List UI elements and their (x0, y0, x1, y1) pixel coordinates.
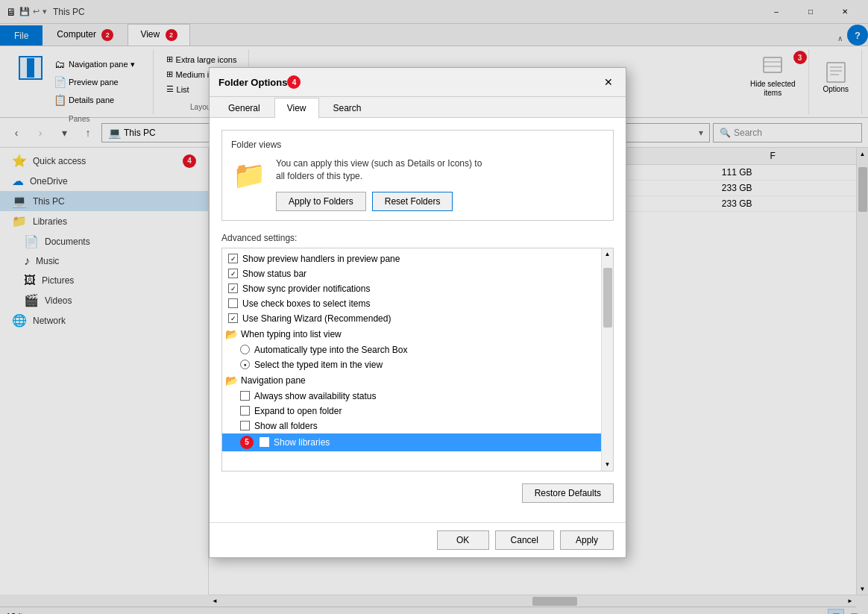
settings-item-sharing-wizard[interactable]: Use Sharing Wizard (Recommended) (222, 311, 613, 326)
checkbox-sync-notifications[interactable] (228, 283, 238, 293)
dialog-close-button[interactable]: ✕ (600, 74, 617, 90)
settings-item-preview-handlers[interactable]: Show preview handlers in preview pane (222, 251, 613, 266)
advanced-settings-section: Advanced settings: Show preview handlers… (221, 233, 614, 472)
dialog-tab-search[interactable]: Search (321, 98, 374, 118)
dialog-content: Folder views 📁 You can apply this view (… (210, 118, 626, 522)
dialog-tab-general[interactable]: General (216, 98, 273, 118)
nav-pane-category-icon: 📂 (225, 375, 238, 386)
radio-auto-type[interactable] (240, 345, 250, 354)
checkbox-expand[interactable] (240, 406, 250, 416)
checkbox-all-folders[interactable] (240, 421, 250, 430)
restore-defaults-row: Restore Defaults (221, 483, 614, 510)
dialog-tab-view[interactable]: View (274, 98, 319, 118)
reset-folders-button[interactable]: Reset Folders (372, 192, 453, 211)
dialog-title-bar: Folder Options 4 ✕ (210, 68, 626, 97)
settings-item-show-libraries[interactable]: 5 Show libraries (222, 433, 613, 451)
checkbox-preview-handlers[interactable] (228, 254, 238, 263)
ok-button[interactable]: OK (437, 530, 489, 550)
settings-item-availability[interactable]: Always show availability status (222, 389, 613, 404)
checkbox-checkboxes[interactable] (228, 298, 238, 308)
show-libraries-badge: 5 (240, 436, 254, 449)
restore-defaults-button[interactable]: Restore Defaults (522, 483, 614, 503)
settings-list[interactable]: Show preview handlers in preview pane Sh… (221, 248, 614, 472)
radio-select-typed[interactable] (240, 360, 250, 369)
advanced-settings-title: Advanced settings: (221, 233, 614, 243)
checkbox-show-libraries[interactable] (260, 437, 269, 447)
cancel-button[interactable]: Cancel (495, 530, 554, 550)
settings-item-expand[interactable]: Expand to open folder (222, 404, 613, 419)
settings-item-status-bar[interactable]: Show status bar (222, 266, 613, 281)
typing-category-icon: 📂 (225, 328, 238, 340)
dialog-title-badge: 4 (287, 75, 301, 89)
apply-to-folders-button[interactable]: Apply to Folders (276, 192, 366, 211)
settings-item-all-folders[interactable]: Show all folders (222, 419, 613, 433)
settings-item-select-typed[interactable]: Select the typed item in the view (222, 357, 613, 372)
settings-scrollbar[interactable]: ▲ ▼ (601, 248, 613, 471)
folder-views-buttons: Apply to Folders Reset Folders (276, 192, 482, 211)
folder-views-description: You can apply this view (such as Details… (276, 157, 482, 183)
folder-views-title: Folder views (231, 140, 604, 150)
folder-icon: 📁 (231, 157, 267, 193)
folder-options-dialog: Folder Options 4 ✕ General View Search F… (209, 67, 626, 558)
settings-scrollbar-thumb[interactable] (603, 268, 612, 328)
folder-views-right: You can apply this view (such as Details… (276, 157, 482, 211)
settings-item-nav-pane-category: 📂 Navigation pane (222, 372, 613, 389)
dialog-overlay: Folder Options 4 ✕ General View Search F… (0, 0, 868, 614)
dialog-tabs: General View Search (210, 97, 626, 118)
checkbox-availability[interactable] (240, 391, 250, 401)
folder-views-content: 📁 You can apply this view (such as Detai… (231, 157, 604, 211)
dialog-title: Folder Options (218, 77, 287, 88)
settings-item-sync-notifications[interactable]: Show sync provider notifications (222, 281, 613, 296)
checkbox-status-bar[interactable] (228, 269, 238, 278)
checkbox-sharing-wizard[interactable] (228, 313, 238, 323)
dialog-footer: OK Cancel Apply (210, 522, 626, 557)
folder-views-section: Folder views 📁 You can apply this view (… (221, 130, 614, 221)
settings-item-typing-category: 📂 When typing into list view (222, 326, 613, 342)
settings-item-checkboxes[interactable]: Use check boxes to select items (222, 296, 613, 311)
apply-button[interactable]: Apply (560, 530, 614, 550)
settings-item-auto-type[interactable]: Automatically type into the Search Box (222, 342, 613, 357)
